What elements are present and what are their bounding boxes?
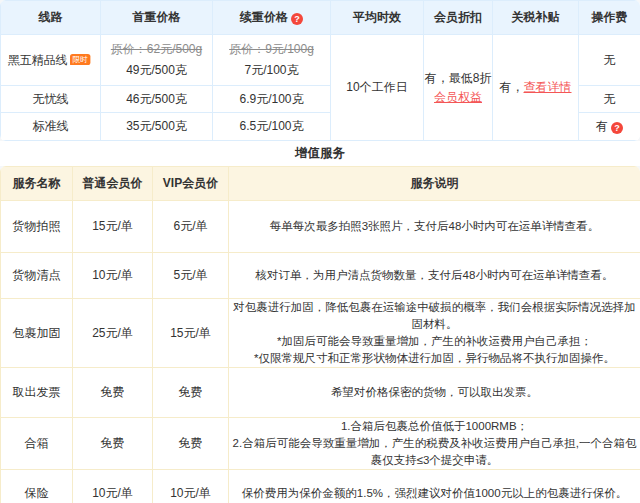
vas-header-row: 服务名称 普通会员价 VIP会员价 服务说明 bbox=[1, 167, 640, 201]
operation-fee-cell: 有? bbox=[579, 113, 640, 141]
line-name-cell: 黑五精品线限时 bbox=[1, 35, 101, 86]
first-weight-price-cell: 35元/500克 bbox=[101, 113, 213, 141]
normal-price: 免费 bbox=[73, 368, 153, 418]
vip-price: 免费 bbox=[153, 368, 229, 418]
col-header-service-name: 服务名称 bbox=[1, 167, 73, 201]
service-desc: 1.合箱后包裹总价值低于1000RMB； 2.合箱后可能会导致重量增加，产生的税… bbox=[229, 418, 640, 470]
avg-time-cell: 10个工作日 bbox=[331, 35, 424, 141]
normal-price: 25元/单 bbox=[73, 299, 153, 368]
table-row: 保险 10元/单 10元/单 保价费用为保价金额的1.5%，强烈建议对价值100… bbox=[1, 470, 640, 503]
col-header-service-desc: 服务说明 bbox=[229, 167, 640, 201]
col-header-member-discount: 会员折扣 bbox=[424, 1, 493, 35]
section-title-value-added-services: 增值服务 bbox=[0, 141, 640, 166]
member-benefits-link[interactable]: 会员权益 bbox=[434, 90, 482, 104]
desc-line: 保价费用为保价金额的1.5%，强烈建议对价值1000元以上的包裹进行保价。 bbox=[229, 485, 640, 502]
first-weight-price-cell: 原价：62元/500g 49元/500克 bbox=[101, 35, 213, 86]
current-price: 49元/500克 bbox=[101, 60, 212, 81]
desc-line: 希望对价格保密的货物，可以取出发票。 bbox=[229, 384, 640, 401]
vip-price: 10元/单 bbox=[153, 470, 229, 503]
service-desc: 每单每次最多拍照3张照片，支付后48小时内可在运单详情查看。 bbox=[229, 201, 640, 253]
table-row: 包裹加固 25元/单 15元/单 对包裹进行加固，降低包裹在运输途中破损的概率，… bbox=[1, 299, 640, 368]
table-row: 货物清点 10元/单 5元/单 核对订单，为用户清点货物数量，支付后48小时内可… bbox=[1, 253, 640, 299]
vas-table: 服务名称 普通会员价 VIP会员价 服务说明 货物拍照 15元/单 6元/单 每… bbox=[0, 166, 640, 503]
shipping-table: 线路 首重价格 续重价格? 平均时效 会员折扣 关税补贴 操作费 黑五精品线限时… bbox=[0, 0, 640, 141]
original-price: 原价：9元/100g bbox=[213, 39, 330, 60]
desc-line: 每单每次最多拍照3张照片，支付后48小时内可在运单详情查看。 bbox=[229, 218, 640, 235]
col-header-vip-price: VIP会员价 bbox=[153, 167, 229, 201]
table-row: 合箱 免费 免费 1.合箱后包裹总价值低于1000RMB； 2.合箱后可能会导致… bbox=[1, 418, 640, 470]
current-price: 7元/100克 bbox=[213, 60, 330, 81]
desc-line: 对包裹进行加固，降低包裹在运输途中破损的概率，我们会根据实际情况选择加固材料。 bbox=[229, 299, 640, 333]
promo-badge: 限时 bbox=[70, 53, 90, 64]
service-name: 包裹加固 bbox=[1, 299, 73, 368]
normal-price: 免费 bbox=[73, 418, 153, 470]
additional-weight-price-cell: 原价：9元/100g 7元/100克 bbox=[213, 35, 331, 86]
vip-price: 免费 bbox=[153, 418, 229, 470]
shipping-header-row: 线路 首重价格 续重价格? 平均时效 会员折扣 关税补贴 操作费 bbox=[1, 1, 640, 35]
col-header-tariff-subsidy: 关税补贴 bbox=[493, 1, 579, 35]
vip-price: 6元/单 bbox=[153, 201, 229, 253]
line-name-cell: 无忧线 bbox=[1, 86, 101, 113]
service-desc: 希望对价格保密的货物，可以取出发票。 bbox=[229, 368, 640, 418]
operation-fee-cell: 无 bbox=[579, 86, 640, 113]
desc-line: 2.合箱后可能会导致重量增加，产生的税费及补收运费用户自己承担,一个合箱包裹仅支… bbox=[229, 435, 640, 469]
first-weight-price-cell: 46元/500克 bbox=[101, 86, 213, 113]
vip-price: 5元/单 bbox=[153, 253, 229, 299]
table-row: 取出发票 免费 免费 希望对价格保密的货物，可以取出发票。 bbox=[1, 368, 640, 418]
desc-line: *仅限常规尺寸和正常形状物体进行加固，异行物品将不执行加固操作。 bbox=[229, 350, 640, 367]
operation-fee-value: 有 bbox=[596, 119, 608, 133]
additional-weight-price-cell: 6.9元/100克 bbox=[213, 86, 331, 113]
col-header-operation-fee: 操作费 bbox=[579, 1, 640, 35]
service-desc: 核对订单，为用户清点货物数量，支付后48小时内可在运单详情查看。 bbox=[229, 253, 640, 299]
tariff-subsidy-cell: 有，查看详情 bbox=[493, 35, 579, 141]
normal-price: 10元/单 bbox=[73, 253, 153, 299]
desc-line: 核对订单，为用户清点货物数量，支付后48小时内可在运单详情查看。 bbox=[229, 267, 640, 284]
desc-line: 1.合箱后包裹总价值低于1000RMB； bbox=[229, 418, 640, 435]
service-name: 货物拍照 bbox=[1, 201, 73, 253]
line-name: 黑五精品线 bbox=[8, 53, 68, 67]
service-name: 保险 bbox=[1, 470, 73, 503]
desc-line: *加固后可能会导致重量增加，产生的补收运费用户自己承担； bbox=[229, 333, 640, 350]
normal-price: 10元/单 bbox=[73, 470, 153, 503]
vas-table-card: 服务名称 普通会员价 VIP会员价 服务说明 货物拍照 15元/单 6元/单 每… bbox=[0, 166, 640, 503]
service-name: 货物清点 bbox=[1, 253, 73, 299]
help-icon[interactable]: ? bbox=[611, 122, 623, 134]
original-price: 原价：62元/500g bbox=[101, 39, 212, 60]
operation-fee-cell: 无 bbox=[579, 35, 640, 86]
vip-price: 15元/单 bbox=[153, 299, 229, 368]
table-row: 货物拍照 15元/单 6元/单 每单每次最多拍照3张照片，支付后48小时内可在运… bbox=[1, 201, 640, 253]
view-details-link[interactable]: 查看详情 bbox=[524, 80, 572, 94]
line-name-cell: 标准线 bbox=[1, 113, 101, 141]
normal-price: 15元/单 bbox=[73, 201, 153, 253]
help-icon[interactable]: ? bbox=[291, 13, 303, 25]
service-desc: 对包裹进行加固，降低包裹在运输途中破损的概率，我们会根据实际情况选择加固材料。 … bbox=[229, 299, 640, 368]
service-name: 合箱 bbox=[1, 418, 73, 470]
member-discount-cell: 有，最低8折 会员权益 bbox=[424, 35, 493, 141]
col-header-normal-price: 普通会员价 bbox=[73, 167, 153, 201]
service-name: 取出发票 bbox=[1, 368, 73, 418]
col-header-avg-time: 平均时效 bbox=[331, 1, 424, 35]
member-discount-text: 有，最低8折 bbox=[424, 69, 492, 88]
service-desc: 保价费用为保价金额的1.5%，强烈建议对价值1000元以上的包裹进行保价。 bbox=[229, 470, 640, 503]
col-header-line: 线路 bbox=[1, 1, 101, 35]
col-header-first-weight: 首重价格 bbox=[101, 1, 213, 35]
tariff-text: 有， bbox=[500, 80, 524, 94]
table-row: 黑五精品线限时 原价：62元/500g 49元/500克 原价：9元/100g … bbox=[1, 35, 640, 86]
col-header-additional-weight: 续重价格? bbox=[213, 1, 331, 35]
additional-weight-price-cell: 6.5元/100克 bbox=[213, 113, 331, 141]
shipping-table-card: 线路 首重价格 续重价格? 平均时效 会员折扣 关税补贴 操作费 黑五精品线限时… bbox=[0, 0, 640, 141]
additional-weight-label: 续重价格 bbox=[240, 10, 288, 24]
